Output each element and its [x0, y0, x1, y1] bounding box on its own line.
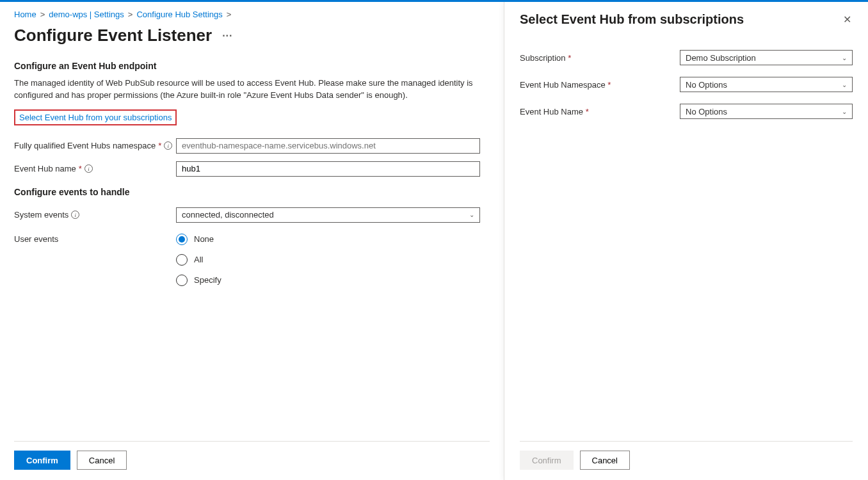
radio-icon	[176, 275, 188, 286]
side-footer: Confirm Cancel	[520, 441, 853, 480]
chevron-right-icon: >	[128, 10, 133, 19]
required-marker: *	[607, 80, 611, 90]
required-marker: *	[79, 164, 82, 173]
side-row-namespace: Event Hub Namespace * No Options ⌄	[520, 77, 853, 92]
radio-icon	[176, 234, 188, 245]
side-namespace-value: No Options	[686, 80, 727, 90]
side-hubname-select[interactable]: No Options ⌄	[680, 104, 853, 119]
endpoint-description: The managed identity of Web PubSub resou…	[14, 77, 475, 102]
select-hub-link-highlight: Select Event Hub from your subscriptions	[14, 109, 177, 125]
side-hubname-label: Event Hub Name *	[520, 107, 680, 116]
breadcrumb-link-settings[interactable]: demo-wps | Settings	[49, 10, 124, 19]
form-row-hubname: Event Hub name * i	[14, 161, 490, 177]
more-icon[interactable]: ···	[222, 30, 232, 42]
chevron-right-icon: >	[40, 10, 45, 19]
subscription-label-text: Subscription	[520, 53, 566, 63]
side-title: Select Event Hub from subscriptions	[520, 12, 744, 27]
required-marker: *	[568, 53, 571, 63]
side-confirm-button: Confirm	[520, 451, 574, 470]
user-events-label: User events	[14, 234, 176, 244]
system-events-select[interactable]: connected, disconnected ⌄	[176, 207, 480, 223]
side-namespace-select[interactable]: No Options ⌄	[680, 77, 853, 92]
hubname-label: Event Hub name * i	[14, 164, 176, 173]
side-namespace-label-text: Event Hub Namespace	[520, 80, 606, 90]
radio-option-all[interactable]: All	[176, 254, 490, 266]
section-title-endpoint: Configure an Event Hub endpoint	[14, 61, 490, 71]
breadcrumb-link-home[interactable]: Home	[14, 10, 36, 19]
user-events-radio-group: None All Specify	[176, 234, 490, 286]
hubname-input[interactable]	[176, 161, 480, 177]
system-events-label-text: System events	[14, 210, 68, 220]
info-icon[interactable]: i	[71, 211, 79, 219]
radio-label-all: All	[194, 255, 203, 264]
confirm-button[interactable]: Confirm	[14, 451, 70, 470]
page-title-row: Configure Event Listener ···	[14, 26, 490, 45]
system-events-label: System events i	[14, 210, 176, 220]
main-panel: Home > demo-wps | Settings > Configure H…	[0, 2, 504, 480]
side-header: Select Event Hub from subscriptions ✕	[520, 12, 853, 27]
side-content: Select Event Hub from subscriptions ✕ Su…	[520, 12, 853, 441]
subscription-label: Subscription *	[520, 53, 680, 63]
chevron-down-icon: ⌄	[842, 81, 847, 88]
chevron-down-icon: ⌄	[842, 108, 847, 115]
info-icon[interactable]: i	[164, 141, 172, 150]
namespace-label: Fully qualified Event Hubs namespace * i	[14, 141, 176, 150]
radio-option-none[interactable]: None	[176, 234, 490, 245]
breadcrumb: Home > demo-wps | Settings > Configure H…	[14, 10, 490, 19]
side-namespace-label: Event Hub Namespace *	[520, 80, 680, 90]
cancel-button[interactable]: Cancel	[77, 451, 127, 470]
chevron-right-icon: >	[227, 10, 232, 19]
namespace-input[interactable]	[176, 138, 480, 154]
subscription-value: Demo Subscription	[686, 53, 756, 63]
subscription-select[interactable]: Demo Subscription ⌄	[680, 50, 853, 65]
namespace-label-text: Fully qualified Event Hubs namespace	[14, 141, 156, 150]
form-row-namespace: Fully qualified Event Hubs namespace * i	[14, 138, 490, 154]
required-marker: *	[158, 141, 161, 150]
side-hubname-label-text: Event Hub Name	[520, 107, 583, 116]
main-footer: Confirm Cancel	[14, 441, 490, 480]
radio-option-specify[interactable]: Specify	[176, 275, 490, 286]
side-hubname-value: No Options	[686, 107, 727, 116]
chevron-down-icon: ⌄	[842, 54, 847, 61]
select-hub-link[interactable]: Select Event Hub from your subscriptions	[19, 113, 172, 122]
radio-label-specify: Specify	[194, 275, 221, 285]
hubname-label-text: Event Hub name	[14, 164, 76, 173]
section-title-events: Configure events to handle	[14, 187, 490, 197]
side-cancel-button[interactable]: Cancel	[580, 451, 630, 470]
required-marker: *	[586, 107, 589, 116]
side-row-subscription: Subscription * Demo Subscription ⌄	[520, 50, 853, 65]
radio-icon	[176, 254, 188, 266]
form-row-system-events: System events i connected, disconnected …	[14, 207, 490, 223]
breadcrumb-link-hubsettings[interactable]: Configure Hub Settings	[136, 10, 222, 19]
info-icon[interactable]: i	[84, 164, 93, 173]
system-events-value: connected, disconnected	[182, 210, 274, 220]
main-content: Home > demo-wps | Settings > Configure H…	[14, 10, 490, 441]
radio-label-none: None	[194, 234, 214, 244]
page-title: Configure Event Listener	[14, 26, 212, 45]
side-row-hubname: Event Hub Name * No Options ⌄	[520, 104, 853, 119]
side-panel: Select Event Hub from subscriptions ✕ Su…	[504, 2, 868, 480]
close-icon[interactable]: ✕	[842, 12, 853, 27]
chevron-down-icon: ⌄	[469, 211, 474, 218]
